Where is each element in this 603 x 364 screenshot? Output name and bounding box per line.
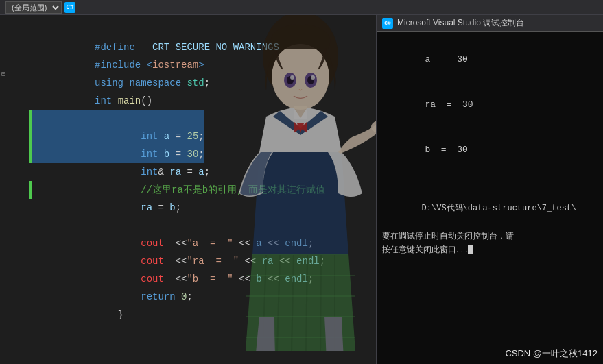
code-line: cout <<"a = " << a << endl; [0,217,376,234]
debug-blank-line [382,173,598,188]
code-line: #define _CRT_SECURE_NO_WARNINGS [0,21,376,38]
main-content: #define _CRT_SECURE_NO_WARNINGS #include… [0,15,603,364]
line-content: } [32,288,123,341]
debug-title-bar: C# Microsoft Visual Studio 调试控制台 [377,15,603,32]
code-line: } [0,288,376,306]
vs-icon: C# [64,2,75,13]
code-line: ra = b; [0,181,376,199]
debug-output-line: a = 30 [382,37,598,82]
debug-footer-line2: 按任意键关闭此窗口. . . [382,243,598,256]
debug-output-area: a = 30 ra = 30 b = 30 D:\VS代码\data-struc… [377,32,603,364]
debug-output-line: b = 30 [382,128,598,173]
cursor-blink [468,245,473,254]
debug-path-line: D:\VS代码\data-structure\7_test\ [382,188,598,229]
csdn-watermark: CSDN @一叶之秋1412 [505,348,598,360]
debug-output-line: ra = 30 [382,82,598,128]
debug-footer-line1: 要在调试停止时自动关闭控制台，请 [382,229,598,243]
code-area: #define _CRT_SECURE_NO_WARNINGS #include… [0,15,376,311]
debug-console-panel: C# Microsoft Visual Studio 调试控制台 a = 30 … [376,15,603,364]
code-line: cout <<"ra = " << ra << endl; [0,234,376,252]
code-line: int a = 25; [0,110,376,128]
code-line: cout <<"b = " << b << endl; [0,252,376,270]
code-line: int b = 30; [0,128,376,145]
output-b: b = 30 [425,145,467,155]
code-line: using namespace std; [0,56,376,74]
code-line: ⊟ int main() [0,74,376,92]
line-content [32,199,43,217]
top-bar: (全局范围) C# [0,0,603,15]
scope-dropdown[interactable]: (全局范围) [5,1,62,14]
collapse-button[interactable]: ⊟ [1,70,5,78]
code-line: return 0; [0,270,376,288]
code-line: //这里ra不是b的引用, 而是对其进行赋值 [0,163,376,181]
vs-debug-icon: C# [382,18,393,29]
code-line: int& ra = a; [0,145,376,163]
code-editor[interactable]: #define _CRT_SECURE_NO_WARNINGS #include… [0,15,376,364]
code-line: #include <iostream> [0,38,376,56]
code-line: { [0,92,376,110]
output-a: a = 30 [425,54,467,64]
debug-panel-title: Microsoft Visual Studio 调试控制台 [397,17,524,29]
code-line [0,199,376,217]
output-ra: ra = 30 [425,99,473,110]
